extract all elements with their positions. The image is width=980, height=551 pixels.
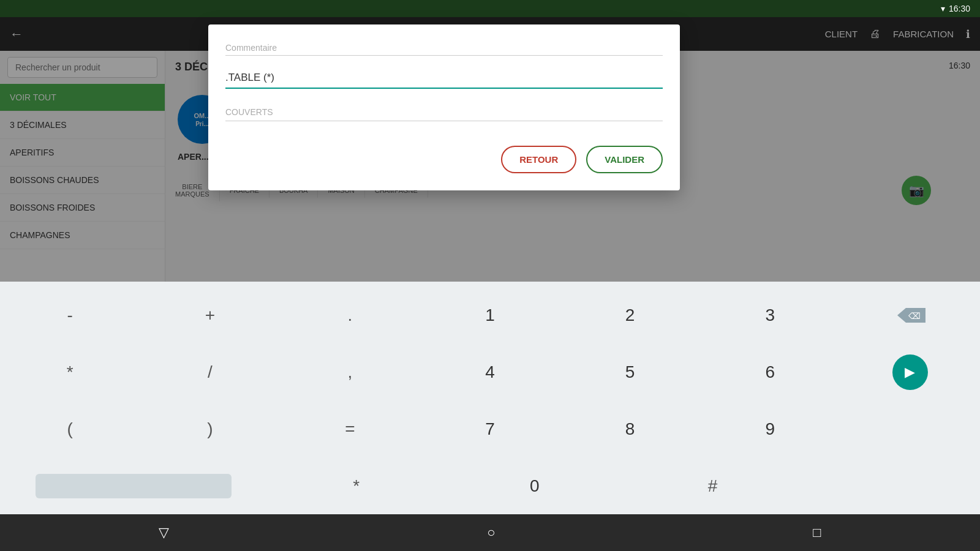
wifi-icon: ▾ [941,4,945,13]
key-empty-2 [802,462,980,511]
couverts-label: COUVERTS [225,107,663,121]
spacebar-area[interactable] [0,462,267,511]
couverts-field: COUVERTS [225,107,663,121]
nav-bar: ▽ ○ □ [0,514,980,551]
key-equals[interactable]: = [280,405,420,454]
key-dot[interactable]: . [280,291,420,340]
keyboard: - + . 1 2 3 ⌫ * / , 4 5 6 ▶ ( ) = [0,282,980,551]
key-asterisk[interactable]: * [0,348,140,397]
key-5[interactable]: 5 [560,348,700,397]
commentaire-label: Commentaire [225,43,663,53]
key-enter[interactable]: ▶ [840,348,980,397]
table-value: .TABLE (*) [225,68,663,89]
key-backspace[interactable]: ⌫ [840,291,980,340]
status-bar: ▾ 16:30 [0,0,980,17]
modal-actions: RETOUR VALIDER [225,146,663,173]
commentaire-field: Commentaire [225,43,663,56]
key-open-paren[interactable]: ( [0,405,140,454]
key-2[interactable]: 2 [560,291,700,340]
key-1[interactable]: 1 [420,291,560,340]
retour-button[interactable]: RETOUR [501,146,576,173]
nav-back-icon[interactable]: ▽ [159,525,169,541]
status-time: 16:30 [949,4,970,13]
key-hash[interactable]: # [624,462,802,511]
valider-button[interactable]: VALIDER [586,146,663,173]
key-plus[interactable]: + [140,291,281,340]
key-minus[interactable]: - [0,291,140,340]
nav-home-icon[interactable]: ○ [487,525,495,541]
key-4[interactable]: 4 [420,348,560,397]
nav-recent-icon[interactable]: □ [813,525,821,541]
modal-dialog: Commentaire .TABLE (*) COUVERTS RETOUR V… [208,24,680,190]
key-asterisk2[interactable]: * [267,462,445,511]
keyboard-row-4: * 0 # [0,457,980,514]
keyboard-row-2: * / , 4 5 6 ▶ [0,343,980,400]
key-comma[interactable]: , [280,348,420,397]
key-6[interactable]: 6 [700,348,840,397]
key-8[interactable]: 8 [560,405,700,454]
table-field: .TABLE (*) [225,68,663,89]
key-close-paren[interactable]: ) [140,405,281,454]
svg-text:⌫: ⌫ [908,311,921,321]
key-3[interactable]: 3 [700,291,840,340]
keyboard-row-1: - + . 1 2 3 ⌫ [0,287,980,343]
key-9[interactable]: 9 [700,405,840,454]
keyboard-row-3: ( ) = 7 8 9 [0,400,980,457]
key-empty-placeholder [840,405,980,454]
key-0[interactable]: 0 [445,462,624,511]
key-7[interactable]: 7 [420,405,560,454]
key-slash[interactable]: / [140,348,281,397]
